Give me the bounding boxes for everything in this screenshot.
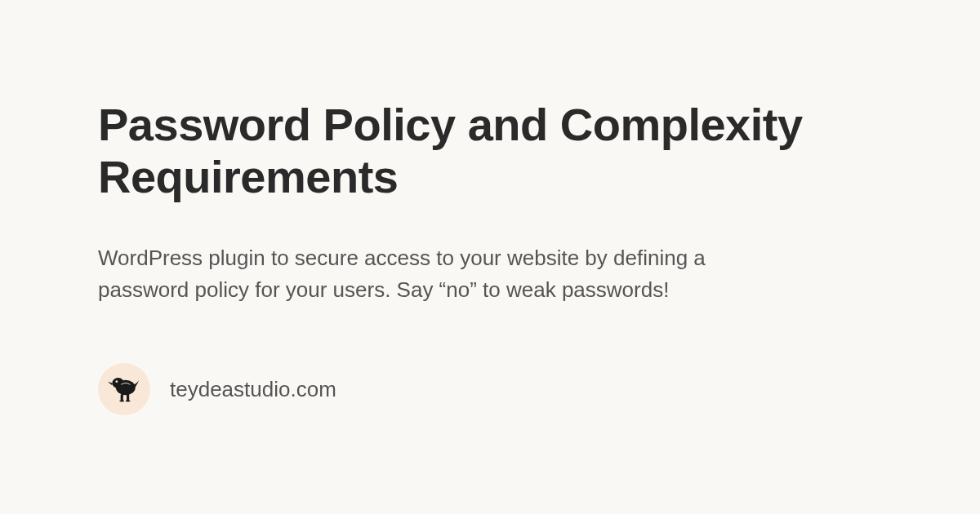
bird-icon xyxy=(106,370,142,409)
page-description: WordPress plugin to secure access to you… xyxy=(98,242,768,306)
logo xyxy=(98,363,150,415)
page-title: Password Policy and Complexity Requireme… xyxy=(98,99,882,204)
svg-point-4 xyxy=(115,381,118,383)
domain-text: teydeastudio.com xyxy=(170,377,336,402)
footer: teydeastudio.com xyxy=(98,363,882,415)
